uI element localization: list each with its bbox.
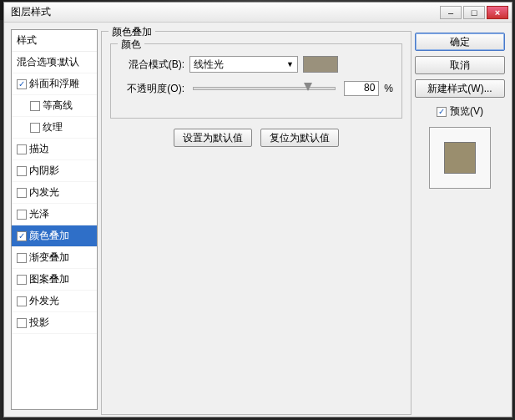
slider-thumb[interactable] [304,83,312,91]
style-item[interactable]: 渐变叠加 [12,247,97,269]
style-checkbox[interactable] [30,101,40,111]
close-button[interactable]: × [487,6,508,19]
style-item-label: 等高线 [43,99,73,113]
action-panel: 确定 取消 新建样式(W)... 预览(V) [415,29,505,410]
style-item[interactable]: 描边 [12,139,97,160]
style-checkbox[interactable] [17,210,27,220]
style-item-label: 渐变叠加 [29,250,69,265]
opacity-input[interactable]: 80 [344,81,379,96]
style-item-label: 内阴影 [29,164,59,178]
style-item[interactable]: 外发光 [12,291,97,312]
ok-button[interactable]: 确定 [415,33,505,51]
style-checkbox[interactable] [17,144,27,154]
blendmode-value: 线性光 [194,58,224,72]
set-default-button[interactable]: 设置为默认值 [174,129,252,147]
style-checkbox[interactable] [17,296,27,306]
style-checkbox[interactable] [17,318,27,328]
style-checkbox[interactable] [17,275,27,285]
style-item[interactable]: 等高线 [12,95,97,117]
blendmode-label: 混合模式(B): [119,58,184,72]
style-checkbox[interactable] [17,188,27,198]
color-swatch[interactable] [303,56,338,73]
opacity-unit: % [384,83,393,94]
chevron-down-icon: ▼ [286,60,294,68]
cancel-button[interactable]: 取消 [415,56,505,74]
style-checkbox[interactable] [17,166,27,176]
opacity-slider[interactable] [193,87,336,90]
window-title: 图层样式 [8,5,51,19]
style-checkbox[interactable] [17,253,27,263]
style-checkbox[interactable] [30,123,40,133]
style-item[interactable]: 光泽 [12,204,97,225]
settings-panel: 颜色叠加 颜色 混合模式(B): 线性光 ▼ 不透明度(O): [101,29,411,410]
styles-list: 样式 混合选项:默认 斜面和浮雕等高线纹理描边内阴影内发光光泽颜色叠加渐变叠加图… [11,29,98,410]
new-style-button[interactable]: 新建样式(W)... [415,79,505,98]
style-item-label: 内发光 [29,185,59,200]
style-item[interactable]: 斜面和浮雕 [12,73,97,95]
style-item-label: 颜色叠加 [29,229,69,243]
preview-label: 预览(V) [450,104,483,119]
reset-default-button[interactable]: 复位为默认值 [260,129,339,147]
preview-swatch [444,142,476,174]
layer-style-dialog: 图层样式 – □ × 样式 混合选项:默认 斜面和浮雕等高线纹理描边内阴影内发光… [3,2,512,417]
blendmode-select[interactable]: 线性光 ▼ [189,56,298,73]
opacity-label: 不透明度(O): [119,82,184,96]
style-item-label: 描边 [29,142,49,156]
preview-box [429,127,491,189]
style-item[interactable]: 图案叠加 [12,269,97,291]
style-checkbox[interactable] [17,79,27,89]
style-item-label: 斜面和浮雕 [29,77,79,91]
style-item[interactable]: 内发光 [12,182,97,204]
style-item-label: 投影 [29,316,49,330]
inner-group-title: 颜色 [118,38,144,52]
maximize-button[interactable]: □ [463,6,485,19]
style-item-label: 外发光 [29,294,59,308]
style-item-label: 光泽 [29,207,49,221]
style-checkbox[interactable] [17,231,27,241]
style-item-label: 纹理 [43,120,63,134]
preview-checkbox[interactable] [437,107,447,117]
style-item[interactable]: 投影 [12,312,97,334]
styles-header[interactable]: 样式 [12,30,97,52]
style-item[interactable]: 纹理 [12,117,97,139]
blending-options-item[interactable]: 混合选项:默认 [12,52,97,73]
titlebar[interactable]: 图层样式 – □ × [4,3,512,23]
style-item-label: 图案叠加 [29,272,69,286]
style-item[interactable]: 内阴影 [12,160,97,182]
style-item[interactable]: 颜色叠加 [12,225,97,247]
minimize-button[interactable]: – [440,6,462,19]
